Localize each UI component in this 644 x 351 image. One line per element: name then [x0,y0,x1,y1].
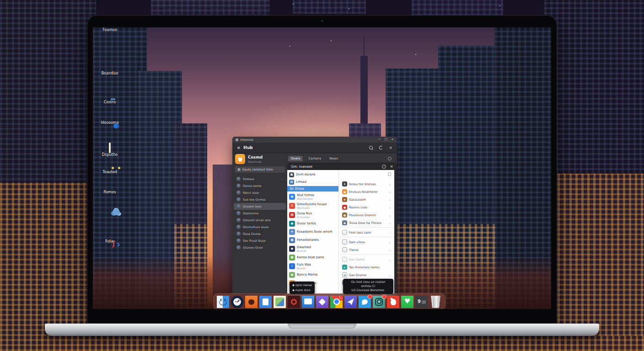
page-mini-icon [388,172,391,176]
option-list: 8 Sessu toe Gnevas ⌄ ▣ Envtuvs Nestntero… [339,170,394,295]
option-icon: □ [342,239,347,245]
status-circle-icon[interactable] [388,157,392,160]
app-list-icon: ◉ [289,272,295,278]
dock-icon[interactable] [330,296,343,308]
tab[interactable]: Overs [288,156,303,161]
tab[interactable]: News [327,156,341,161]
dock-icon[interactable] [288,296,300,308]
window-titlebar[interactable]: Intaresta − □ × [232,137,397,143]
app-list-row[interactable]: ◆ Dwamed Bsshat [287,244,338,253]
dock-icon[interactable] [302,296,314,308]
app-list-subtitle: Evsvunas [297,215,312,218]
sidebar-item[interactable]: Ossewv Ovsn [234,244,286,251]
app-list-row[interactable]: ▤ Lmsaa [287,178,338,186]
featured-app-icon [235,154,245,164]
dock-icon-art [259,296,272,308]
sidebar-item[interactable]: Dosuret orvan ano [234,217,286,223]
dock-icon[interactable] [429,296,442,308]
dock-icon[interactable] [415,296,428,308]
sidebar-item[interactable]: Danso asma [234,182,286,189]
option-label: Gas Oame [349,258,387,261]
sidebar-item[interactable]: Dasnovine ⌄ [234,210,286,217]
dock-icon-art [429,296,442,308]
sidebar-item[interactable]: Ossa Ovesa [234,230,286,237]
dock-icon[interactable] [387,296,399,308]
app-list-row[interactable]: ▩ Kanoa boat pane [287,253,338,261]
option-row[interactable]: □ Tlanse ⌄ [339,246,394,255]
chevron-icon: ⌄ [389,248,391,251]
app-list-row[interactable]: ▣ Ovm Asrank [287,171,338,178]
app-list-row[interactable]: ◆ Gvssr tontis [287,219,338,228]
sidebar-top-button[interactable]: ▦ Gautu ranstiset Smo [235,166,285,173]
option-icon: □ [342,247,347,252]
option-row[interactable]: ● Rasevs Leas ⌄ [339,203,394,211]
desktop-icon[interactable]: Cosins [97,100,123,104]
menu-close-icon[interactable]: × [389,146,392,150]
dock-icon[interactable] [217,296,229,308]
option-row[interactable]: □ Fosn tass Lane › [339,229,394,237]
app-list-row[interactable]: ✓ Furs Was Bsaror [287,261,338,271]
option-row[interactable]: ◆ Tessa Goss tla Theses ⌄ [339,219,394,228]
spire-antenna [364,36,365,58]
app-list-row[interactable]: Sr. Drsse [287,186,338,191]
sidebar-item[interactable]: Sov Pusst Nuso [234,237,286,244]
notification-badge [368,294,372,299]
building [412,0,503,16]
desktop-icon[interactable]: Boandise [97,71,123,75]
sidebar-item[interactable]: Gnswer Iwss [234,203,286,210]
get-involved-panel: Gm: Ivanose i × ▣ [287,163,397,295]
app-list-row[interactable]: ◉ Stut himse Wosnarutus [287,192,338,201]
sidebar-item[interactable]: Sue low Ovmss [234,196,286,203]
desktop-icon[interactable]: Doputho [97,144,123,157]
sidebar-item-label: Sue low Ovmss [243,198,283,202]
sidebar-item[interactable]: Dovnumurs wuso [234,223,286,230]
sidebar-item[interactable]: Ranvi osso [234,189,286,196]
dock-icon[interactable] [231,296,243,308]
window-title: Intaresta [240,138,253,142]
desktop-icon[interactable]: Feamoo [97,27,123,32]
app-list-icon: ▤ [289,212,295,218]
option-row[interactable]: 8 Sessu toe Gnevas ⌄ [339,180,394,188]
dock-icon[interactable] [401,296,413,308]
dock-icon[interactable] [359,296,371,308]
option-icon: ★ [342,197,347,202]
search-icon[interactable] [369,146,373,150]
minimize-button[interactable]: − [378,138,381,141]
app-list-row[interactable]: G Gmsntunms hvsae Wurinatis [287,201,338,210]
tab[interactable]: Camera [306,156,323,161]
dock-icon-art [316,296,328,308]
option-label: Rasevs Leas [349,206,387,209]
app-list-row[interactable]: ★ Kssastons Gvos wnsm [287,228,338,236]
info-icon[interactable]: i [382,165,386,169]
app-list-row[interactable]: ▦ Fensstonanes [287,236,338,244]
maximize-button[interactable]: □ [385,138,388,141]
option-row[interactable]: ▣ Envtuvs Nestnteror ⌄ [339,188,394,196]
option-row[interactable]: ★ Gassussom ⌄ [339,196,394,203]
dock-icon[interactable] [316,296,328,308]
close-button[interactable]: × [391,138,394,141]
option-row[interactable]: ○ Gas Oame ⌄ [339,255,394,263]
option-row[interactable]: ▩ Pousoivss Gnanen ⌄ [339,211,394,219]
dock-icon[interactable] [344,296,357,308]
option-icon: □ [342,230,347,235]
app-list-row[interactable]: ▤ Ovsa Nvs Evsvunas [287,210,338,219]
dock-icon[interactable] [245,296,258,308]
option-icon: ▸ [342,265,347,270]
option-row[interactable]: ▦ Gas Gnsnse ⌄ [339,271,394,279]
panel-close-icon[interactable]: × [390,165,393,169]
dock-icon[interactable] [259,296,272,308]
star [349,8,349,9]
dock-icon[interactable] [373,296,385,308]
refresh-icon[interactable] [379,146,383,149]
dock-icon[interactable] [274,296,286,308]
option-row[interactable]: □ Sam viless ⌄ [339,238,394,246]
desktop-icon[interactable]: Rdiw [97,239,123,244]
app-list-row[interactable]: ◉ Banco Meme [287,271,338,279]
desktop-icon[interactable]: Teautod [97,170,123,174]
back-button[interactable]: « [237,145,240,150]
sidebar-item[interactable]: Famous ⌄ [234,176,286,182]
sidebar-top-button-label: Gautu ranstiset Smo [242,168,273,171]
desktop-icon[interactable]: Romes [97,190,123,194]
option-row[interactable]: ▸ Tas mensnses nanes [339,263,394,271]
desktop-icon[interactable]: Idosouma [97,120,123,125]
